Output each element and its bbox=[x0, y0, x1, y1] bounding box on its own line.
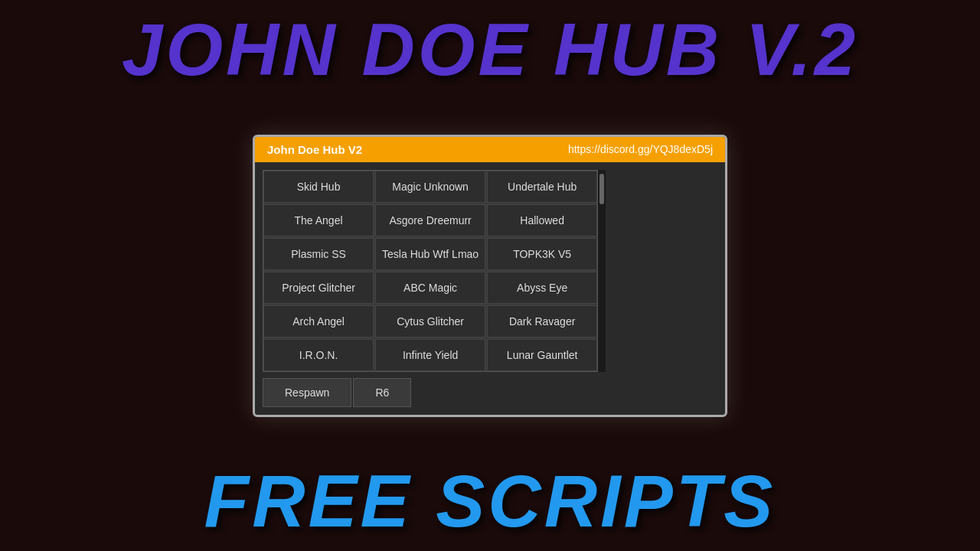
script-item[interactable]: Plasmic SS bbox=[263, 238, 374, 270]
footer-button-r6[interactable]: R6 bbox=[353, 378, 411, 407]
hub-body: Skid HubMagic UnknownUndertale HubThe An… bbox=[255, 162, 725, 415]
script-item[interactable]: Cytus Glitcher bbox=[375, 305, 485, 337]
script-item[interactable]: Infinte Yield bbox=[375, 339, 485, 371]
hub-header-link: https://discord.gg/YQJ8dexD5j bbox=[568, 143, 713, 155]
scripts-grid: Skid HubMagic UnknownUndertale HubThe An… bbox=[263, 170, 598, 372]
script-item[interactable]: Undertale Hub bbox=[487, 171, 597, 203]
script-item[interactable]: Skid Hub bbox=[263, 171, 374, 203]
script-item[interactable]: Arch Angel bbox=[263, 305, 374, 337]
scrollbar[interactable] bbox=[598, 170, 606, 372]
top-title: JOHN DOE HUB V.2 bbox=[122, 8, 858, 92]
scrollbar-thumb bbox=[599, 174, 604, 204]
script-item[interactable]: TOPK3K V5 bbox=[487, 238, 597, 270]
hub-footer: RespawnR6 bbox=[263, 378, 717, 407]
script-item[interactable]: Dark Ravager bbox=[487, 305, 597, 337]
script-item[interactable]: Asgore Dreemurr bbox=[375, 204, 485, 236]
script-item[interactable]: Magic Unknown bbox=[375, 171, 485, 203]
script-item[interactable]: I.R.O.N. bbox=[263, 339, 374, 371]
bottom-title: FREE SCRIPTS bbox=[204, 459, 776, 543]
script-item[interactable]: The Angel bbox=[263, 204, 374, 236]
script-item[interactable]: Hallowed bbox=[487, 204, 597, 236]
script-item[interactable]: ABC Magic bbox=[375, 272, 485, 304]
hub-header: John Doe Hub V2 https://discord.gg/YQJ8d… bbox=[255, 137, 725, 162]
hub-window: John Doe Hub V2 https://discord.gg/YQJ8d… bbox=[253, 135, 727, 417]
script-item[interactable]: Tesla Hub Wtf Lmao bbox=[375, 238, 485, 270]
footer-button-respawn[interactable]: Respawn bbox=[263, 378, 351, 407]
script-item[interactable]: Lunar Gauntlet bbox=[487, 339, 597, 371]
script-item[interactable]: Abyss Eye bbox=[487, 272, 597, 304]
hub-header-title: John Doe Hub V2 bbox=[267, 143, 362, 156]
script-item[interactable]: Project Glitcher bbox=[263, 272, 374, 304]
